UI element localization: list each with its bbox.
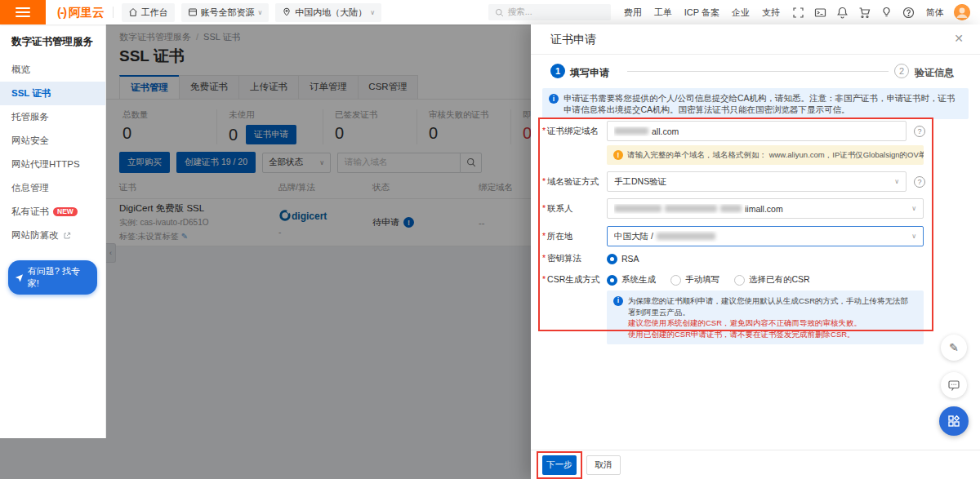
hamburger-menu-icon[interactable] [0,0,46,24]
drawer-footer: 下一步 取消 [531,450,980,479]
topbar: (-) 阿里云 工作台 账号全部资源 ∨ 中国内地（大陆） ∨ 搜索... 费用… [0,0,980,24]
menu-item-enterprise[interactable]: 企业 [732,7,750,19]
redacted-text [614,127,648,135]
sidebar-title: 数字证书管理服务 [0,24,105,58]
next-step-button[interactable]: 下一步 [542,455,577,475]
sidebar-item-overview[interactable]: 概览 [0,58,105,82]
warning-icon: ! [613,150,623,160]
chat-fab[interactable] [941,372,967,398]
field-domain: *证书绑定域名 all.com ? [542,121,925,141]
chevron-down-icon: ∨ [911,205,916,212]
radio-csr-manual[interactable]: 手动填写 [670,274,719,286]
step-2-label: 验证信息 [915,66,954,80]
step-connector [627,71,889,72]
location-select[interactable]: 中国大陆 / ∨ [607,226,924,246]
menu-item-icp[interactable]: ICP 备案 [684,7,719,19]
redacted-text [657,233,715,240]
quick-apps-fab[interactable] [939,406,969,436]
radio-csr-existing[interactable]: 选择已有的CSR [734,274,810,286]
step-1-circle: 1 [550,64,565,78]
global-search-input[interactable]: 搜索... [488,4,611,20]
sidebar-item-ssl-certificates[interactable]: SSL 证书 [0,82,105,105]
topbar-menu: 费用 工单 ICP 备案 企业 支持 [624,7,780,19]
drawer-overlay-mask[interactable] [106,24,531,479]
csr-info-icon: i [613,296,623,306]
notice-info-icon: i [549,94,559,104]
avatar[interactable] [954,4,970,20]
close-icon[interactable]: ✕ [954,32,964,45]
domain-input[interactable]: all.com [607,121,906,141]
chevron-down-icon: ∨ [258,9,263,16]
radio-csr-system[interactable]: 系统生成 [607,274,656,286]
search-icon [495,8,504,17]
feedback-pencil-fab[interactable]: ✎ [941,335,967,361]
new-badge: NEW [53,207,78,217]
language-switcher[interactable]: 简体 [926,7,944,19]
redacted-text [720,205,742,212]
drawer-notice: i 申请证书需要将您提供的个人/公司信息提交给CA机构，请知悉。注意：非国产证书… [542,88,969,119]
question-circle-icon[interactable]: ? [914,126,925,137]
field-verify-method: *域名验证方式 手工DNS验证 ∨ ? [542,171,925,192]
cancel-button[interactable]: 取消 [586,455,621,475]
csr-info-box: i 为保障您的证书顺利申请，建议您使用默认从生成CSR的方式，手动上传将无法部署… [607,291,924,344]
home-icon [128,7,138,17]
drawer-overlay-mask-strip [0,438,106,479]
question-circle-icon[interactable]: ? [914,176,925,188]
cart-icon[interactable] [858,7,871,19]
chevron-down-icon: ∨ [370,9,375,16]
sidebar-item-hosting-service[interactable]: 托管服务 [0,105,105,129]
step-2-circle: 2 [894,64,909,78]
topbar-divider [113,7,114,18]
drawer-title: 证书申请 [550,33,596,47]
redacted-text [614,205,662,212]
topbar-icons [792,7,915,19]
radio-unselected-icon [670,275,681,286]
account-scope-selector[interactable]: 账号全部资源 ∨ [181,3,270,22]
chevron-down-icon: ∨ [894,178,899,185]
region-selector[interactable]: 中国内地（大陆） ∨ [275,3,381,22]
contact-select[interactable]: iimall.com ∨ [607,198,924,219]
sidebar: 数字证书管理服务 概览 SSL 证书 托管服务 网站安全 网站代理HTTPS 信… [0,24,106,438]
bell-icon[interactable] [836,7,849,19]
field-csr-method: *CSR生成方式 系统生成 手动填写 选择已有的CSR [542,274,825,286]
help-icon[interactable] [902,7,915,19]
bulb-icon[interactable] [880,7,893,19]
chat-bubble-icon [947,379,960,392]
drawer-header: 证书申请 ✕ [531,24,980,55]
paper-plane-icon [15,273,24,282]
resources-icon [188,7,198,17]
radio-rsa[interactable]: RSA [607,254,639,264]
field-key-algo: *密钥算法 RSA [542,253,654,264]
aliyun-console-page: (-) 阿里云 工作台 账号全部资源 ∨ 中国内地（大陆） ∨ 搜索... 费用… [0,0,980,479]
redacted-text [665,205,717,212]
sidebar-item-private-certificates[interactable]: 私有证书 NEW [0,200,105,224]
workbench-button[interactable]: 工作台 [122,3,175,22]
domain-warning: ! 请输入完整的单个域名，域名格式例如： www.aliyun.com，IP证书… [607,145,924,165]
aliyun-logo[interactable]: (-) 阿里云 [57,5,105,20]
external-link-icon [63,232,71,240]
radio-unselected-icon [734,275,745,286]
radio-selected-icon [607,275,617,286]
pencil-icon: ✎ [949,341,959,354]
cert-apply-drawer: 证书申请 ✕ 1 填写申请 2 验证信息 i 申请证书需要将您提供的个人/公司信… [531,24,980,479]
field-contact: *联系人 iimall.com ∨ [542,198,924,219]
chevron-down-icon: ∨ [911,233,916,240]
menu-item-support[interactable]: 支持 [762,7,780,19]
apps-grid-icon [947,415,960,428]
sidebar-item-info-management[interactable]: 信息管理 [0,176,105,200]
sidebar-item-anti-tampering[interactable]: 网站防篡改 [0,224,105,247]
ask-expert-button[interactable]: 有问题? 找专家! [8,260,97,295]
menu-item-tickets[interactable]: 工单 [654,7,672,19]
step-1-label: 填写申请 [570,66,609,80]
cloudshell-icon[interactable] [814,7,826,19]
aliyun-logo-mark: (-) [57,6,66,19]
verify-method-select[interactable]: 手工DNS验证 ∨ [607,171,906,192]
sidebar-item-website-security[interactable]: 网站安全 [0,129,105,153]
region-pin-icon [282,7,292,17]
radio-selected-icon [607,254,617,264]
menu-item-billing[interactable]: 费用 [624,7,642,19]
expand-icon[interactable] [792,7,804,19]
field-location: *所在地 中国大陆 / ∨ [542,226,924,246]
sidebar-item-proxy-https[interactable]: 网站代理HTTPS [0,153,105,176]
